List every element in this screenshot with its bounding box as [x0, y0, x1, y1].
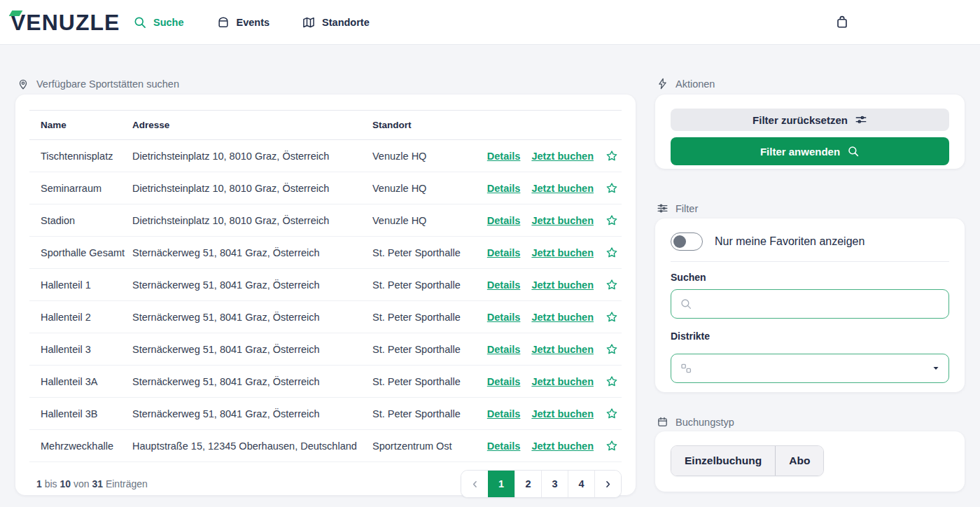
toggle-knob	[673, 235, 686, 248]
table-body: TischtennisplatzDietrichsteinplatz 10, 8…	[29, 140, 622, 462]
details-link[interactable]: Details	[487, 247, 521, 258]
venue-address: Sternäckerweg 51, 8041 Graz, Österreich	[132, 408, 372, 419]
venues-table: Name Adresse Standort TischtennisplatzDi…	[29, 110, 622, 498]
booking-type-segmented-control: Einzelbuchung Abo	[671, 445, 824, 476]
shopping-bag-icon	[834, 14, 850, 29]
table-row: Hallenteil 3BSternäckerweg 51, 8041 Graz…	[29, 398, 622, 430]
favorite-star-icon[interactable]	[605, 149, 619, 163]
venue-address: Dietrichsteinplatz 10, 8010 Graz, Österr…	[132, 215, 372, 226]
grid-icon	[680, 362, 692, 375]
pagination: 1234	[461, 470, 622, 498]
favorite-star-icon[interactable]	[605, 439, 619, 453]
entries-from: 1	[36, 478, 42, 489]
details-link[interactable]: Details	[487, 183, 521, 194]
pagination-next-button[interactable]	[594, 471, 621, 497]
page-button-3[interactable]: 3	[541, 471, 568, 497]
location-pin-icon	[17, 78, 29, 90]
book-now-link[interactable]: Jetzt buchen	[531, 183, 594, 194]
venue-name: Hallenteil 3A	[29, 376, 132, 387]
book-now-link[interactable]: Jetzt buchen	[531, 151, 594, 162]
venue-location: St. Peter Sporthalle	[372, 247, 477, 258]
book-now-link[interactable]: Jetzt buchen	[531, 376, 594, 387]
page-button-1[interactable]: 1	[488, 471, 514, 497]
main-nav: Suche Events Standorte	[133, 0, 370, 45]
venue-location: St. Peter Sporthalle	[372, 279, 477, 291]
favorite-star-icon[interactable]	[605, 342, 619, 356]
results-title-text: Verfügbare Sportstätten suchen	[36, 78, 179, 90]
archive-icon	[216, 15, 230, 29]
details-link[interactable]: Details	[487, 215, 521, 226]
filter-title-text: Filter	[676, 203, 698, 214]
book-now-link[interactable]: Jetzt buchen	[531, 247, 594, 258]
top-nav: VENUZLE Suche Events Standorte	[0, 0, 980, 45]
search-icon	[133, 15, 147, 29]
favorites-toggle[interactable]	[671, 232, 703, 251]
apply-button-label: Filter anwenden	[760, 146, 840, 158]
filter-card: Nur meine Favoriten anzeigen Suchen Dist…	[655, 218, 965, 392]
details-link[interactable]: Details	[487, 279, 521, 291]
reset-button-label: Filter zurücksetzen	[752, 114, 848, 126]
venue-name: Hallenteil 3	[29, 344, 132, 355]
search-input[interactable]	[699, 298, 940, 311]
column-header-standort: Standort	[372, 120, 477, 130]
logo[interactable]: VENUZLE	[10, 8, 120, 36]
table-row: SeminarraumDietrichsteinplatz 10, 8010 G…	[29, 172, 622, 204]
nav-item-standorte[interactable]: Standorte	[302, 15, 370, 29]
table-row: StadionDietrichsteinplatz 10, 8010 Graz,…	[29, 204, 622, 237]
pagination-prev-button[interactable]	[461, 471, 488, 497]
venue-name: Hallenteil 3B	[29, 408, 132, 419]
booking-type-einzelbuchung-button[interactable]: Einzelbuchung	[671, 446, 775, 475]
logo-text: VENUZLE	[10, 10, 120, 35]
results-title: Verfügbare Sportstätten suchen	[17, 78, 179, 90]
venue-location: St. Peter Sporthalle	[372, 408, 477, 419]
book-now-link[interactable]: Jetzt buchen	[531, 440, 594, 452]
cart-button[interactable]	[834, 14, 850, 29]
venue-address: Dietrichsteinplatz 10, 8010 Graz, Österr…	[132, 151, 372, 162]
details-link[interactable]: Details	[487, 312, 521, 323]
table-footer: 1 bis 10 von 31 Einträgen 1234	[29, 470, 622, 498]
details-link[interactable]: Details	[487, 408, 521, 419]
book-now-link[interactable]: Jetzt buchen	[531, 344, 594, 355]
favorite-star-icon[interactable]	[605, 278, 619, 292]
favorite-star-icon[interactable]	[605, 310, 619, 324]
apply-filters-button[interactable]: Filter anwenden	[671, 137, 949, 165]
book-now-link[interactable]: Jetzt buchen	[531, 312, 594, 323]
favorite-star-icon[interactable]	[605, 214, 619, 228]
favorites-toggle-row: Nur meine Favoriten anzeigen	[671, 232, 949, 251]
favorite-star-icon[interactable]	[605, 181, 619, 195]
details-link[interactable]: Details	[487, 151, 521, 162]
book-now-link[interactable]: Jetzt buchen	[531, 279, 594, 291]
caret-down-icon	[932, 364, 940, 373]
page-button-4[interactable]: 4	[568, 471, 594, 497]
nav-item-suche[interactable]: Suche	[133, 15, 184, 29]
favorite-star-icon[interactable]	[605, 375, 619, 389]
actions-title: Aktionen	[657, 78, 715, 90]
search-input-box[interactable]	[671, 289, 949, 319]
entries-summary: 1 bis 10 von 31 Einträgen	[29, 478, 148, 489]
venue-location: St. Peter Sporthalle	[372, 344, 477, 355]
details-link[interactable]: Details	[487, 344, 521, 355]
venue-location: St. Peter Sporthalle	[372, 376, 477, 387]
page-button-2[interactable]: 2	[514, 471, 541, 497]
table-row: Sporthalle GesamtSternäckerweg 51, 8041 …	[29, 237, 622, 269]
filter-divider	[671, 261, 949, 262]
nav-item-events[interactable]: Events	[216, 15, 270, 29]
booking-type-abo-button[interactable]: Abo	[775, 446, 823, 475]
entries-to: 10	[59, 478, 71, 489]
venue-address: Sternäckerweg 51, 8041 Graz, Österreich	[132, 376, 372, 387]
reset-filters-button[interactable]: Filter zurücksetzen	[671, 109, 949, 131]
details-link[interactable]: Details	[487, 376, 521, 387]
venue-address: Sternäckerweg 51, 8041 Graz, Österreich	[132, 247, 372, 258]
page: VENUZLE Suche Events Standorte	[0, 0, 980, 507]
nav-label: Events	[237, 17, 270, 28]
details-link[interactable]: Details	[487, 440, 521, 452]
favorite-star-icon[interactable]	[605, 407, 619, 421]
districts-dropdown[interactable]	[671, 354, 949, 383]
book-now-link[interactable]: Jetzt buchen	[531, 408, 594, 419]
book-now-link[interactable]: Jetzt buchen	[531, 215, 594, 226]
favorite-star-icon[interactable]	[605, 246, 619, 260]
venue-location: Venuzle HQ	[372, 183, 477, 194]
venue-location: Venuzle HQ	[372, 215, 477, 226]
favorites-toggle-label: Nur meine Favoriten anzeigen	[715, 235, 864, 248]
venue-location: Venuzle HQ	[372, 151, 477, 162]
